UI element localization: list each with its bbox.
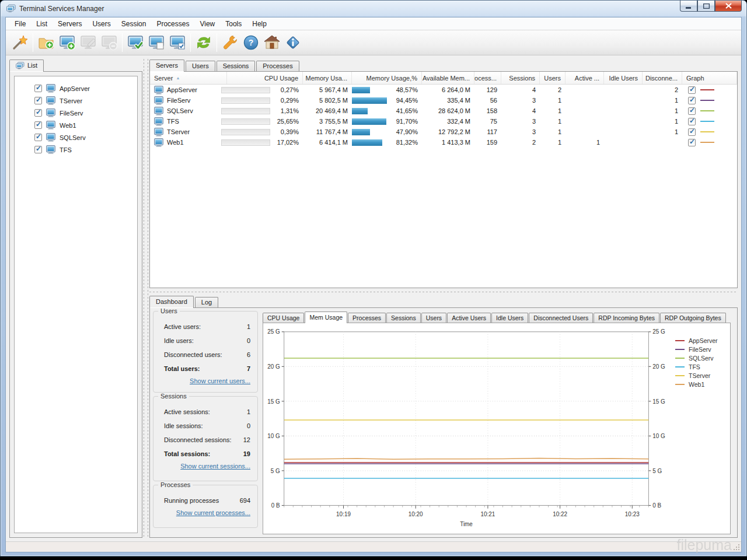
horizontal-splitter[interactable]	[149, 288, 738, 295]
server-row-web1[interactable]: Web1 17,02% 6 414,1 M 81,32% 1 413,3 M 1…	[150, 137, 737, 148]
column-header-cpu-usage[interactable]: CPU Usage	[227, 72, 303, 84]
menu-view[interactable]: View	[194, 18, 220, 30]
menu-list[interactable]: List	[31, 18, 53, 30]
settings-wrench-icon[interactable]	[219, 32, 240, 53]
bottom-tab-dashboard[interactable]: Dashboard	[149, 296, 194, 308]
column-header-users[interactable]: Users	[540, 72, 566, 84]
main-tab-processes[interactable]: Processes	[256, 61, 299, 71]
tab-list[interactable]: List	[9, 60, 44, 72]
vertical-splitter[interactable]	[142, 59, 149, 538]
cpu-usage-bar	[221, 139, 270, 146]
server-row-tserver[interactable]: TServer 0,39% 11 767,4 M 47,90% 12 792,2…	[150, 127, 737, 137]
about-info-icon[interactable]	[282, 32, 303, 53]
server-listbox[interactable]: AppServerTServerFileServWeb1SQLServTFS	[14, 76, 138, 533]
menu-file[interactable]: File	[9, 18, 31, 30]
memory-usage-bar	[352, 129, 389, 135]
server-checkbox[interactable]	[34, 85, 42, 92]
minimize-button[interactable]	[680, 1, 697, 12]
cell-available: 28 624,0 M	[422, 107, 474, 114]
server-row-sqlserv[interactable]: SQLServ 1,31% 20 469,4 M 41,65% 28 624,0…	[150, 106, 737, 116]
menu-help[interactable]: Help	[247, 18, 272, 30]
chart-tab-rdp-incoming-bytes[interactable]: RDP Incoming Bytes	[594, 313, 659, 323]
menu-session[interactable]: Session	[116, 18, 152, 30]
cell-server: AppServer	[167, 86, 197, 93]
cell-mem-pct: 48,57%	[393, 86, 418, 93]
graph-checkbox[interactable]	[688, 118, 696, 125]
maximize-button[interactable]	[697, 1, 715, 12]
cell-processes: 56	[474, 97, 501, 104]
graph-checkbox[interactable]	[688, 97, 696, 104]
cell-memory: 6 414,1 M	[303, 139, 352, 146]
main-tab-sessions[interactable]: Sessions	[217, 61, 256, 71]
chart-tab-cpu-usage[interactable]: CPU Usage	[263, 313, 304, 323]
column-header-idle-users[interactable]: Idle Users	[604, 72, 643, 84]
chart-tab-active-users[interactable]: Active Users	[447, 313, 491, 323]
resize-grip[interactable]	[733, 544, 740, 551]
server-checkbox[interactable]	[34, 134, 42, 141]
add-server-icon[interactable]	[57, 32, 78, 53]
title-bar[interactable]: Terminal Services Manager	[1, 1, 746, 17]
chart-tab-disconnected-users[interactable]: Disconnected Users	[529, 313, 593, 323]
chart-tab-processes[interactable]: Processes	[348, 313, 386, 323]
column-header-sessions[interactable]: Sessions	[501, 72, 540, 84]
computer-icon	[154, 128, 163, 136]
main-tab-users[interactable]: Users	[186, 61, 215, 71]
graph-checkbox[interactable]	[688, 139, 696, 146]
column-header-server[interactable]: Server▲	[150, 72, 227, 84]
menu-servers[interactable]: Servers	[53, 18, 87, 30]
toolbar-separator	[190, 33, 191, 52]
server-checkbox[interactable]	[34, 97, 42, 104]
column-header-disconne[interactable]: Disconne...	[643, 72, 682, 84]
server-row-appserver[interactable]: AppServer 0,27% 5 967,4 M 48,57% 6 264,0…	[150, 85, 737, 95]
graph-checkbox[interactable]	[688, 128, 696, 136]
server-checkbox[interactable]	[34, 109, 42, 117]
show-current-processes-link[interactable]: Show current processes...	[158, 508, 253, 519]
server-item-appserver[interactable]: AppServer	[15, 82, 137, 94]
chart-tab-rdp-outgoing-bytes[interactable]: RDP Outgoing Bytes	[660, 313, 726, 323]
cell-available: 1 413,3 M	[422, 139, 474, 146]
column-header-memory-usage[interactable]: Memory Usage,%	[352, 72, 422, 84]
show-current-users-link[interactable]: Show current users...	[158, 376, 253, 387]
connect-server-icon[interactable]	[125, 32, 146, 53]
open-list-icon[interactable]	[36, 32, 57, 53]
chart-tab-users[interactable]: Users	[421, 313, 446, 323]
show-current-sessions-link[interactable]: Show current sessions...	[158, 461, 253, 472]
total-sessions-row: Total sessions: 19	[158, 447, 253, 461]
column-header-available-mem[interactable]: Available Mem...	[422, 72, 474, 84]
server-row-tfs[interactable]: TFS 25,65% 3 755,5 M 91,70% 332,4 M 75 3…	[150, 116, 737, 127]
home-icon[interactable]	[261, 32, 282, 53]
main-tab-servers[interactable]: Servers	[149, 60, 184, 72]
bottom-tab-log[interactable]: Log	[195, 297, 218, 307]
main-tab-bar: ServersUsersSessionsProcesses	[149, 59, 738, 71]
disconnect-server-icon[interactable]	[146, 32, 167, 53]
help-icon[interactable]: ?	[240, 32, 261, 53]
chart-tab-sessions[interactable]: Sessions	[386, 313, 421, 323]
svg-text:10:22: 10:22	[553, 511, 567, 517]
server-item-tfs[interactable]: TFS	[15, 144, 137, 156]
server-item-fileserv[interactable]: FileServ	[15, 107, 137, 119]
menu-tools[interactable]: Tools	[220, 18, 247, 30]
table-header[interactable]: Server▲CPU UsageMemory Usa...Memory Usag…	[150, 72, 737, 85]
chart-tab-mem-usage[interactable]: Mem Usage	[305, 312, 347, 323]
watermark: filepuma	[677, 537, 732, 554]
close-button[interactable]	[715, 1, 742, 12]
server-item-web1[interactable]: Web1	[15, 119, 137, 131]
column-header-active[interactable]: Active ...	[566, 72, 604, 84]
graph-checkbox[interactable]	[688, 86, 696, 94]
server-checkbox[interactable]	[34, 121, 42, 129]
server-checkbox[interactable]	[34, 146, 42, 153]
column-header-process[interactable]: Process...	[474, 72, 501, 84]
server-item-tserver[interactable]: TServer	[15, 94, 137, 107]
cell-memory: 5 967,4 M	[303, 86, 352, 93]
graph-checkbox[interactable]	[688, 107, 696, 115]
wizard-wand-icon[interactable]	[9, 32, 30, 53]
server-row-fileserv[interactable]: FileServ 0,29% 5 802,5 M 94,45% 335,4 M …	[150, 95, 737, 106]
column-header-graph[interactable]: Graph	[682, 72, 737, 84]
refresh-icon[interactable]	[193, 32, 214, 53]
server-item-sqlserv[interactable]: SQLServ	[15, 131, 137, 144]
menu-processes[interactable]: Processes	[151, 18, 194, 30]
select-sessions-icon[interactable]	[167, 32, 188, 53]
chart-tab-idle-users[interactable]: Idle Users	[491, 313, 528, 323]
menu-users[interactable]: Users	[87, 18, 116, 30]
column-header-memory-usa[interactable]: Memory Usa...	[303, 72, 352, 84]
